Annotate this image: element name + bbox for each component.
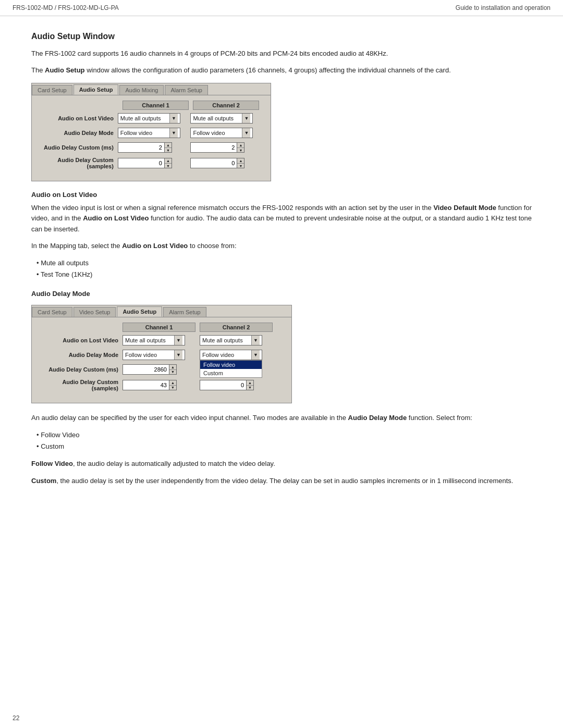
panel1-ch1-delay-ms-spin[interactable]: ▲ ▼: [118, 142, 187, 153]
header-left: FRS-1002-MD / FRS-1002-MD-LG-PA: [13, 4, 119, 11]
bullet-list2: Follow Video Custom: [36, 429, 532, 452]
list-item-mute-all: Mute all outputs: [36, 257, 532, 269]
panel2-body: Channel 1 Channel 2 Audio on Lost Video …: [32, 317, 291, 403]
panel1-tab-alarm-setup[interactable]: Alarm Setup: [165, 85, 208, 95]
panel2-ch2-delay-dropdown: Follow video Custom: [200, 360, 262, 378]
spinbox-up-icon[interactable]: ▲: [169, 365, 176, 370]
spinbox-up-icon[interactable]: ▲: [237, 143, 244, 148]
bold-follow-video: Follow Video: [31, 460, 73, 467]
panel2-ch1-audio-lost-select[interactable]: Mute all outputs ▼: [123, 335, 195, 346]
panel2-label-delay-samples: Audio Delay Custom (samples): [39, 379, 123, 391]
panel2-ch2-delay-samples-input[interactable]: [200, 380, 247, 390]
spinbox-up-icon[interactable]: ▲: [169, 380, 176, 386]
panel2-ch2-audio-lost-select[interactable]: Mute all outputs ▼: [200, 335, 273, 346]
dropdown-option-follow-video[interactable]: Follow video: [200, 361, 262, 369]
panel2-tab-alarm-setup[interactable]: Alarm Setup: [163, 307, 206, 317]
spinbox-down-icon[interactable]: ▼: [165, 164, 172, 168]
chevron-down-icon[interactable]: ▼: [242, 114, 250, 123]
bold-custom: Custom: [31, 477, 56, 485]
panel1-tabs: Card Setup Audio Setup Audio Mixing Alar…: [32, 83, 271, 95]
panel2-ch1-delay-samples-spin[interactable]: ▲ ▼: [123, 380, 195, 390]
panel2-row-delay-mode: Audio Delay Mode Follow video ▼ Follow v…: [39, 350, 284, 360]
panel1-ch2-delay-ms-input[interactable]: [190, 142, 237, 153]
panel1-tab-card-setup[interactable]: Card Setup: [32, 85, 72, 95]
intro2-plain: The: [31, 66, 45, 74]
panel1-tab-audio-mixing[interactable]: Audio Mixing: [119, 85, 164, 95]
bold-video-default-mode: Video Default Mode: [433, 204, 496, 212]
panel2-ch1-delay-ms-spin[interactable]: ▲ ▼: [123, 364, 195, 375]
spinbox-up-icon[interactable]: ▲: [165, 143, 172, 148]
intro2-bold: Audio Setup: [45, 66, 85, 74]
spinbox-up-icon[interactable]: ▲: [165, 158, 172, 164]
panel1-tab-audio-setup[interactable]: Audio Setup: [74, 84, 119, 95]
chevron-down-icon[interactable]: ▼: [174, 350, 182, 360]
spinbox-down-icon[interactable]: ▼: [247, 386, 253, 390]
chevron-down-icon[interactable]: ▼: [169, 114, 178, 123]
spinbox-down-icon[interactable]: ▼: [237, 164, 244, 168]
intro-para-1: The FRS-1002 card supports 16 audio chan…: [31, 48, 532, 59]
panel2-ch1-delay-ms-input[interactable]: [123, 364, 169, 375]
main-content: Audio Setup Window The FRS-1002 card sup…: [0, 16, 563, 513]
bold-audio-lost-video: Audio on Lost Video: [83, 214, 149, 222]
panel2-tab-card-setup[interactable]: Card Setup: [32, 307, 72, 317]
panel1-ch2-delay-ms-spin[interactable]: ▲ ▼: [190, 142, 259, 153]
chevron-down-icon[interactable]: ▼: [251, 350, 260, 360]
panel2-channel2-header: Channel 2: [200, 323, 273, 332]
bold-audio-delay-mode: Audio Delay Mode: [348, 414, 407, 422]
spinbox-down-icon[interactable]: ▼: [237, 148, 244, 153]
intro2-rest: window allows the configuration of audio…: [85, 66, 451, 74]
panel2-label-audio-lost-video: Audio on Lost Video: [39, 337, 123, 343]
panel2-ch1-delay-select[interactable]: Follow video ▼: [123, 350, 195, 360]
header-bar: FRS-1002-MD / FRS-1002-MD-LG-PA Guide to…: [0, 0, 563, 16]
panel1-row-delay-ms: Audio Delay Custom (ms) ▲ ▼ ▲: [39, 142, 263, 153]
page-footer: 22: [13, 714, 19, 722]
panel1-label-delay-ms: Audio Delay Custom (ms): [39, 144, 118, 151]
intro-para-2: The Audio Setup window allows the config…: [31, 65, 532, 76]
chevron-down-icon[interactable]: ▼: [174, 336, 182, 345]
spinbox-down-icon[interactable]: ▼: [169, 370, 176, 375]
subsection-audio-lost-video-title: Audio on Lost Video: [31, 191, 532, 199]
panel1-ch1-audio-lost-select[interactable]: Mute all outputs ▼: [118, 113, 187, 124]
panel1-row-delay-mode: Audio Delay Mode Follow video ▼ Follow v…: [39, 128, 263, 138]
spinbox-down-icon[interactable]: ▼: [165, 148, 172, 153]
panel1-label-delay-samples: Audio Delay Custom (samples): [39, 157, 118, 169]
panel1-channel2-header: Channel 2: [193, 101, 259, 110]
panel2-ch1-delay-samples-input[interactable]: [123, 380, 169, 390]
panel1-ch2-delay-samples-input[interactable]: [190, 158, 237, 168]
panel1-ch2-delay-select[interactable]: Follow video ▼: [190, 128, 259, 138]
panel1: Card Setup Audio Setup Audio Mixing Alar…: [31, 83, 271, 181]
mapping-tab-text: In the Mapping tab, select the Audio on …: [31, 241, 532, 251]
header-right: Guide to installation and operation: [456, 4, 550, 11]
chevron-down-icon[interactable]: ▼: [251, 336, 260, 345]
panel1-row-delay-samples: Audio Delay Custom (samples) ▲ ▼: [39, 157, 263, 169]
audio-lost-video-body: When the video input is lost or when a s…: [31, 203, 532, 234]
panel2-ch2-delay-samples-spin[interactable]: ▲ ▼: [200, 380, 273, 390]
panel1-ch1-delay-samples-input[interactable]: [118, 158, 165, 168]
chevron-down-icon[interactable]: ▼: [169, 128, 178, 138]
panel2-ch2-delay-select[interactable]: Follow video ▼ Follow video Custom: [200, 350, 273, 360]
spinbox-up-icon[interactable]: ▲: [237, 158, 244, 164]
panel1-ch1-delay-ms-input[interactable]: [118, 142, 165, 153]
panel1-ch2-delay-samples-spin[interactable]: ▲ ▼: [190, 158, 259, 168]
panel1-label-audio-lost-video: Audio on Lost Video: [39, 115, 118, 121]
list-item-follow-video: Follow Video: [36, 429, 532, 441]
audio-delay-body: An audio delay can be specified by the u…: [31, 413, 532, 423]
list-item-custom: Custom: [36, 441, 532, 452]
spinbox-down-icon[interactable]: ▼: [169, 386, 176, 390]
panel2-row-audio-lost-video: Audio on Lost Video Mute all outputs ▼ M…: [39, 335, 284, 346]
panel1-ch1-delay-select[interactable]: Follow video ▼: [118, 128, 187, 138]
panel1-ch2-audio-lost-select[interactable]: Mute all outputs ▼: [190, 113, 259, 124]
spinbox-up-icon[interactable]: ▲: [247, 380, 253, 386]
panel2-tabs: Card Setup Video Setup Audio Setup Alarm…: [32, 305, 291, 317]
dropdown-option-custom[interactable]: Custom: [200, 369, 262, 377]
panel2-tab-video-setup[interactable]: Video Setup: [74, 307, 116, 317]
chevron-down-icon[interactable]: ▼: [242, 128, 250, 138]
panel2-tab-audio-setup[interactable]: Audio Setup: [117, 306, 162, 317]
list-item-test-tone: Test Tone (1KHz): [36, 269, 532, 280]
panel2-row-delay-samples: Audio Delay Custom (samples) ▲ ▼: [39, 379, 284, 391]
bold-audio-lost-video2: Audio on Lost Video: [122, 242, 188, 250]
page-number: 22: [13, 714, 19, 722]
panel2: Card Setup Video Setup Audio Setup Alarm…: [31, 305, 292, 403]
panel1-ch1-delay-samples-spin[interactable]: ▲ ▼: [118, 158, 187, 168]
panel1-row-audio-lost-video: Audio on Lost Video Mute all outputs ▼ M…: [39, 113, 263, 124]
